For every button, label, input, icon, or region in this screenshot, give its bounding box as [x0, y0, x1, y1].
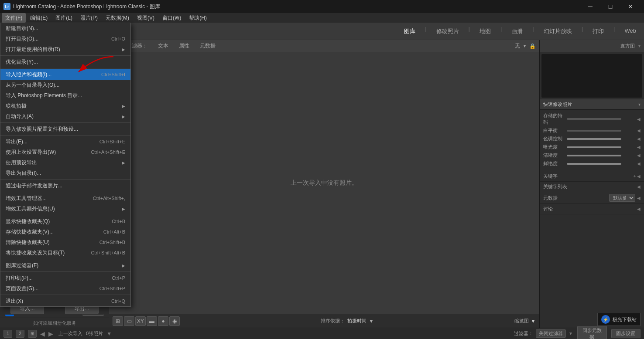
prev-arrow-btn[interactable]: ◀ [40, 330, 45, 337]
menu-export-catalog[interactable]: 导出为目录(I)... [0, 168, 130, 178]
slider-tone-arrow[interactable]: ◀ [637, 136, 641, 141]
slider-wb-arrow[interactable]: ◀ [637, 128, 641, 133]
menu-quit[interactable]: 退出(X) Ctrl+Q [0, 296, 130, 306]
menu-import-photos[interactable]: 导入照片和视频(I)... Ctrl+Shift+I [0, 69, 130, 80]
menu-show-quick[interactable]: 显示快捷收藏夹(Q) Ctrl+B [0, 216, 130, 227]
menu-open-catalog[interactable]: 打开目录(O)... Ctrl+O [0, 34, 130, 44]
filter-toggle-arrow[interactable]: ▼ [569, 331, 573, 336]
slider-track-exposure[interactable] [567, 146, 621, 148]
menu-sep-5 [0, 179, 130, 180]
menu-item-edit[interactable]: 编辑(E) [27, 13, 51, 23]
menu-optimize[interactable]: 优化目录(Y)... [0, 57, 130, 67]
view-grid-btn[interactable]: ⊞ [113, 316, 123, 326]
menu-print[interactable]: 打印机(P)... Ctrl+P [0, 273, 130, 283]
menu-item-window[interactable]: 窗口(W) [159, 13, 185, 23]
slider-track-vibrance[interactable] [567, 163, 621, 165]
menu-export-prev[interactable]: 使用上次设置导出(W) Ctrl+Alt+Shift+E [0, 147, 130, 157]
menu-plugin-manager[interactable]: 增效工具管理器... Ctrl+Alt+Shift+, [0, 193, 130, 203]
minimize-button[interactable]: ─ [580, 0, 600, 13]
menu-export-preset[interactable]: 使用预设导出 ▶ [0, 157, 130, 168]
maximize-button[interactable]: □ [600, 0, 620, 13]
filter-tab-meta[interactable]: 元数据 [198, 41, 217, 51]
menu-item-help[interactable]: 帮助(H) [185, 13, 210, 23]
quick-develop-content: 存储的特码 ◀ 白平衡 ◀ 色调控制 ◀ [540, 110, 644, 171]
menu-item-photo[interactable]: 照片(P) [77, 13, 101, 23]
menu-item-view[interactable]: 视图(V) [134, 13, 158, 23]
export-preset-arrow-icon: ▶ [122, 160, 125, 165]
filter-lock-icon[interactable]: 🔒 [529, 43, 536, 49]
slider-clarity-arrow[interactable]: ◀ [637, 153, 641, 158]
title-text: Lightroom Catalog - Adobe Photoshop Ligh… [13, 3, 160, 10]
grid-icon-btn[interactable]: ⊞ [28, 330, 37, 338]
next-arrow-btn[interactable]: ▶ [48, 330, 53, 337]
metadata-section-arrow-icon[interactable]: ◀ [637, 196, 641, 200]
menu-import-presets[interactable]: 导入修改照片配置文件和预设... [0, 124, 130, 134]
view-survey-btn[interactable]: ▬ [147, 316, 157, 326]
menu-item-metadata[interactable]: 元数据(M) [102, 13, 133, 23]
tab-book[interactable]: 画册 [510, 26, 524, 37]
slider-row-vibrance: 鲜艳度 ◀ [543, 160, 641, 167]
slider-track-wb[interactable] [567, 130, 621, 132]
watermark-icon: ⚡ [601, 315, 610, 324]
sort-label: 排序依据： [321, 318, 345, 324]
menu-save-quick[interactable]: 存储快捷收藏夹(V)... Ctrl+Alt+B [0, 227, 130, 237]
menu-item-file[interactable]: 文件(F) [2, 13, 26, 23]
quick-develop-header[interactable]: 快速修改照片 ▾ [540, 99, 644, 110]
tab-slideshow[interactable]: 幻灯片放映 [543, 26, 573, 37]
menu-new-catalog[interactable]: 新建目录(N)... [0, 23, 130, 34]
tab-map[interactable]: 地图 [479, 26, 492, 37]
comment-row[interactable]: 评论 ◀ [540, 204, 644, 214]
thumbnail-arrow-icon[interactable]: ▼ [531, 318, 536, 324]
no-photos-text: 上一次导入中没有照片。 [291, 179, 358, 187]
menu-page-setup[interactable]: 页面设置(G)... Ctrl+Shift+P [0, 283, 130, 294]
filter-tab-attr[interactable]: 属性 [177, 41, 191, 51]
slider-exposure-arrow[interactable]: ◀ [637, 145, 641, 149]
view-link-btn[interactable]: ◉ [169, 316, 180, 326]
metadata-select[interactable]: 默认值 [609, 194, 635, 202]
slider-track-tone[interactable] [567, 138, 621, 140]
count-arrow-icon[interactable]: ▼ [106, 331, 112, 337]
close-button[interactable]: ✕ [620, 0, 641, 13]
tab-library[interactable]: 图库 [403, 26, 416, 37]
filter-tab-text[interactable]: 文本 [156, 41, 170, 51]
slider-track-stored[interactable] [567, 118, 621, 120]
keyword-row[interactable]: 关键字 + ◀ [540, 171, 644, 182]
menu-set-quick-target[interactable]: 将快捷收藏夹设为目标(T) Ctrl+Shift+Alt+B [0, 247, 130, 258]
page-1-btn[interactable]: 1 [3, 330, 12, 338]
menu-export[interactable]: 导出(E)... Ctrl+Shift+E [0, 136, 130, 147]
watermark: ⚡ 极光下载站 [597, 313, 641, 326]
view-camera-btn[interactable]: ● [158, 316, 168, 326]
menu-open-recent[interactable]: 打开最近使用的目录(R) ▶ [0, 44, 130, 54]
filter-chevron-icon[interactable]: ▾ [524, 44, 526, 48]
add-service-row[interactable]: 如何添加相册化服务 [0, 318, 109, 328]
menu-plugin-extras[interactable]: 增效工具额外信息(U) ▶ [0, 203, 130, 214]
histogram-arrow-icon[interactable]: ▾ [638, 44, 641, 48]
menu-email-photos[interactable]: 通过电子邮件发送照片... [0, 180, 130, 191]
page-2-btn[interactable]: 2 [16, 330, 24, 338]
sort-arrow-icon[interactable]: ▼ [369, 319, 374, 324]
menu-import-pse[interactable]: 导入 Photoshop Elements 目录... [0, 90, 130, 101]
tab-develop[interactable]: 修改照片 [435, 26, 460, 37]
filter-toggle-btn[interactable]: 关闭过滤器 [536, 329, 566, 338]
menu-clear-quick[interactable]: 清除快捷收藏夹(U) Ctrl+Shift+B [0, 237, 130, 247]
menu-sep-8 [0, 259, 130, 259]
slider-track-clarity[interactable] [567, 155, 621, 156]
sort-value[interactable]: 拍摄时间 [347, 318, 367, 324]
center-column: ▲ 过滤器： 文本 属性 元数据 无 ▾ 🔒 上一次导入中没有照片。 ⊞ ▭ [109, 40, 539, 328]
tab-print[interactable]: 打印 [592, 26, 605, 37]
menu-tethered-capture[interactable]: 联机拍摄 ▶ [0, 101, 130, 111]
sync-settings-btn[interactable]: 固步设置 [611, 329, 641, 338]
slider-stored-arrow[interactable]: ◀ [637, 117, 641, 122]
menu-auto-import[interactable]: 自动导入(A) ▶ [0, 111, 130, 122]
thumbnail-label: 缩览图 [514, 318, 529, 324]
view-loupe-btn[interactable]: ▭ [124, 316, 134, 326]
slider-vibrance-arrow[interactable]: ◀ [637, 161, 641, 166]
keyword-list-row[interactable]: 关键字列表 ◀ [540, 182, 644, 192]
menu-sep-9 [0, 271, 130, 272]
tab-web[interactable]: Web [624, 26, 637, 37]
sync-meta-btn[interactable]: 同步元数据 [577, 326, 607, 339]
menu-library-filter[interactable]: 图库过滤器(F) ▶ [0, 260, 130, 271]
menu-import-from-catalog[interactable]: 从另一个目录导入(O)... [0, 80, 130, 90]
view-compare-btn[interactable]: XY [135, 316, 146, 326]
menu-item-library[interactable]: 图库(L) [52, 13, 76, 23]
